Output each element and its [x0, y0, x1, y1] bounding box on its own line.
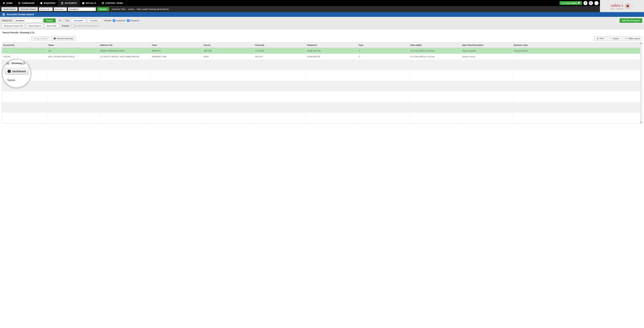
- report-icon: [40, 2, 42, 4]
- table-cell: General Builder: [512, 48, 642, 54]
- search-type-select[interactable]: Accounts ▼: [54, 7, 67, 11]
- accounts-tab[interactable]: Accounts: [71, 18, 86, 22]
- results-table: Account NoNameAddress FullTownCountyPost…: [2, 42, 642, 123]
- table-cell: Fri 5 Sep 2008 at 11:06 am: [409, 48, 461, 54]
- toolbar: Quick Search Recently Viewed Search all …: [0, 6, 600, 12]
- column-header[interactable]: County: [202, 42, 254, 48]
- column-header[interactable]: Sales Rep Description: [461, 42, 513, 48]
- column-header[interactable]: Postcode: [254, 42, 306, 48]
- table-cell: C: [358, 48, 409, 54]
- nav-home-label: HOME: [6, 2, 13, 4]
- magnifier-showing-text: (2) : Showing (1: [6, 62, 28, 65]
- nav-mycalls[interactable]: MYCALLS: [80, 0, 99, 6]
- bank-icon: [2, 13, 5, 16]
- advanced-search-button[interactable]: Advanced Search (0): [2, 24, 25, 28]
- user-icon[interactable]: [589, 1, 593, 5]
- search-for-label: Search for:: [2, 19, 13, 22]
- results-title: Search Results: Showing (1-2): [2, 31, 642, 34]
- svg-point-1: [19, 2, 20, 3]
- help-icon[interactable]: ?: [584, 1, 588, 5]
- search-for-input[interactable]: [14, 19, 42, 22]
- results-table-container: Account NoNameAddress FullTownCountyPost…: [2, 42, 642, 124]
- magnifier-name-column: Name: [5, 79, 28, 82]
- search-button[interactable]: Search: [44, 18, 56, 22]
- printer-icon: 🖨: [596, 37, 599, 40]
- all-checkbox[interactable]: ALL: [63, 19, 70, 22]
- column-header[interactable]: Date Added: [409, 42, 461, 48]
- in-label: In:: [59, 19, 61, 22]
- home-icon: [2, 2, 5, 4]
- brand-tm: ™: [632, 5, 633, 7]
- table-row[interactable]: C03158BELL DONALDSON STEELE22 CASTLE GRO…: [2, 54, 642, 60]
- include-label: Include: [104, 19, 111, 22]
- svg-rect-7: [103, 3, 104, 4]
- toolbar-search-input[interactable]: [68, 7, 96, 11]
- column-header[interactable]: Name: [47, 42, 99, 48]
- prospects-checkbox[interactable]: Prospects: [127, 19, 139, 22]
- table-cell: 01204 885728,: [306, 54, 358, 60]
- quick-search-button[interactable]: Quick Search: [2, 7, 18, 11]
- brand-logo: sales-i SELL SMART ™: [600, 0, 644, 12]
- brand-name: sales-i: [611, 2, 623, 8]
- saved-search-button[interactable]: Saved Search: [26, 24, 43, 28]
- table-cell: SIR FON: [202, 48, 254, 54]
- toolbar-search-button[interactable]: Search: [97, 7, 109, 11]
- table-cell: C03158: [2, 54, 47, 60]
- live-help-status: Online: [570, 2, 577, 4]
- top-nav: HOME CAMPAIGNS ENQUIRIES ACCOUNTS MYCALL…: [0, 0, 600, 6]
- print-button[interactable]: 🖨 Print: [594, 36, 606, 41]
- table-row[interactable]: antFEDW, PENRHOSLLIGWY,AMLWCHSIR FONLL70…: [2, 48, 642, 54]
- chevron-down-icon: ▼: [50, 8, 52, 10]
- table-cell: AMLWCH: [151, 48, 202, 54]
- logout-icon[interactable]: →: [594, 1, 598, 5]
- column-header[interactable]: Type: [358, 42, 409, 48]
- live-help-badge[interactable]: Live Help Online 💬: [560, 1, 582, 5]
- nav-accounts-label: ACCOUNTS: [64, 2, 77, 4]
- nav-enquiries[interactable]: ENQUIRIES: [38, 0, 58, 6]
- search-scope-select[interactable]: Search all ▼: [39, 7, 53, 11]
- dashboard-button[interactable]: Dashboard: [5, 68, 28, 75]
- column-header[interactable]: Address Full: [99, 42, 151, 48]
- column-header[interactable]: Town: [151, 42, 202, 48]
- nav-home[interactable]: HOME: [0, 0, 16, 6]
- nav-control-panel[interactable]: CONTROL PANEL: [99, 0, 126, 6]
- svg-rect-2: [40, 2, 42, 4]
- scroll-down-icon[interactable]: [640, 122, 642, 123]
- table-cell: BL0 9TF: [254, 54, 306, 60]
- customers-checkbox[interactable]: Customers: [113, 19, 126, 22]
- target-icon: [18, 2, 20, 4]
- reset-filter-button[interactable]: Reset Filter: [44, 24, 59, 28]
- eye-icon: [625, 3, 630, 9]
- column-header[interactable]: Business Type: [512, 42, 642, 48]
- contacts-tab[interactable]: Contacts: [87, 18, 100, 22]
- assign-contact-button[interactable]: Assign Contact: [31, 36, 50, 41]
- scrollbar[interactable]: [640, 42, 642, 123]
- table-cell: FEDW, PENRHOSLLIGWY,: [99, 48, 151, 54]
- table-cell: LL70 9HZ: [254, 48, 306, 54]
- scroll-up-icon[interactable]: [640, 42, 642, 44]
- nav-accounts[interactable]: ACCOUNTS: [58, 0, 80, 6]
- table-cell: C: [358, 54, 409, 60]
- account-summary-button[interactable]: i Account Summary: [51, 36, 76, 41]
- live-help-prefix: Live Help: [562, 2, 570, 4]
- brand-tagline: SELL SMART: [611, 8, 624, 10]
- table-cell: [2, 48, 47, 54]
- pencil-icon: ✎: [625, 37, 628, 40]
- column-header[interactable]: Telephone: [306, 42, 358, 48]
- table-row-empty: [2, 91, 642, 102]
- recently-viewed-button[interactable]: Recently Viewed: [19, 7, 38, 11]
- svg-rect-5: [103, 2, 104, 3]
- chat-icon: 💬: [578, 2, 580, 4]
- add-new-prospect-button[interactable]: Add New Prospect: [620, 18, 642, 23]
- search-type-label: Accounts: [55, 8, 63, 10]
- export-button[interactable]: 📄 Export: [607, 36, 622, 41]
- table-layout-button[interactable]: ✎ Table Layout: [622, 36, 642, 41]
- column-header[interactable]: Account No: [2, 42, 47, 48]
- nav-campaigns-label: CAMPAIGNS: [22, 2, 35, 4]
- grouped-checkbox[interactable]: Grouped by Parent Account: [71, 25, 99, 27]
- svg-point-0: [18, 2, 20, 4]
- chevron-down-icon: ▼: [64, 8, 66, 10]
- table-cell: BURY: [202, 54, 254, 60]
- nav-campaigns[interactable]: CAMPAIGNS: [16, 0, 38, 6]
- grid-icon: [102, 2, 104, 4]
